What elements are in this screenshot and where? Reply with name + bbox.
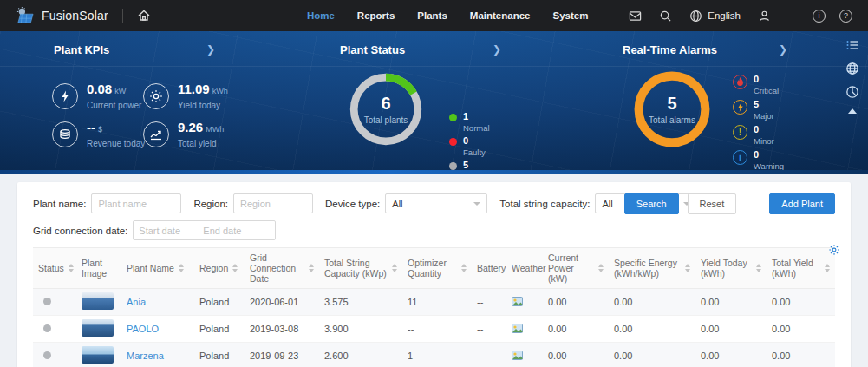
capacity-cell: 3.575 <box>319 289 402 316</box>
search-icon[interactable] <box>659 10 672 23</box>
kpi-unit: MWh <box>206 125 224 134</box>
grid-date-range[interactable] <box>133 220 276 240</box>
optimizer-cell: -- <box>402 316 472 343</box>
divider <box>122 9 123 23</box>
column-header[interactable]: Total String Capacity (kWp) <box>319 248 402 289</box>
sort-icon[interactable] <box>69 264 74 272</box>
column-label: Battery <box>477 263 506 273</box>
plant-name-link[interactable]: Ania <box>127 297 146 307</box>
sort-icon[interactable] <box>461 264 467 272</box>
plant-thumbnail[interactable] <box>82 319 114 337</box>
reset-button[interactable]: Reset <box>688 193 737 214</box>
help-icon[interactable]: ? <box>839 10 852 23</box>
sort-icon[interactable] <box>309 264 314 272</box>
column-header[interactable]: Region <box>194 248 245 289</box>
region-cell: Poland <box>194 343 245 367</box>
legend-label: Offline <box>463 172 486 174</box>
end-date-input[interactable] <box>203 226 262 236</box>
add-plant-button[interactable]: Add Plant <box>769 193 835 214</box>
search-button[interactable]: Search <box>624 193 679 214</box>
column-header[interactable]: Specific Energy (kWh/kWp) <box>609 248 695 289</box>
kpi-label: Total yield <box>178 139 224 148</box>
filter-row-1: Plant name: Region: Device type: All Tot… <box>33 193 835 213</box>
kpi-value: 9.26 <box>178 120 203 134</box>
pie-chart-icon[interactable] <box>845 85 859 99</box>
plant-thumbnail[interactable] <box>82 346 114 364</box>
table-body: AniaPoland2020-06-013.57511--0.000.000.0… <box>33 289 835 367</box>
sort-icon[interactable] <box>598 264 604 272</box>
plant-name-link[interactable]: Marzena <box>127 351 164 361</box>
kpi-label: Yield today <box>178 101 228 110</box>
plant-kpis-arrow-icon[interactable]: ❯ <box>206 43 215 56</box>
info-icon[interactable]: i <box>813 10 826 23</box>
region-input[interactable] <box>233 193 313 213</box>
plant-name-link[interactable]: PAOLO <box>127 324 159 334</box>
legend-label: Major <box>754 111 774 121</box>
tab-maintenance[interactable]: Maintenance <box>470 10 531 21</box>
table-row: MarzenaPoland2019-09-232.6001--0.000.000… <box>33 343 835 367</box>
column-label: Grid Connection Date <box>250 252 304 284</box>
table-row: AniaPoland2020-06-013.57511--0.000.000.0… <box>33 289 835 316</box>
legend-label: Minor <box>754 136 774 146</box>
plant-thumbnail[interactable] <box>82 292 114 310</box>
legend-major: 5 Major <box>733 99 774 121</box>
sort-icon[interactable] <box>179 264 184 272</box>
kpi-label: Revenue today <box>87 139 145 148</box>
tab-reports[interactable]: Reports <box>357 10 395 21</box>
plant-status-arrow-icon[interactable]: ❯ <box>493 43 501 56</box>
sort-icon[interactable] <box>825 264 830 272</box>
sort-icon[interactable] <box>685 264 690 272</box>
language-switcher[interactable]: English <box>689 10 741 23</box>
tab-plants[interactable]: Plants <box>417 10 447 21</box>
tab-system[interactable]: System <box>553 10 589 21</box>
sort-icon[interactable] <box>232 264 238 272</box>
exclamation-icon: ! <box>733 125 747 140</box>
legend-critical: 0 Critical <box>733 74 779 95</box>
column-header[interactable]: Status <box>33 248 76 289</box>
kpi-total-yield: 9.26MWh Total yield <box>143 120 264 148</box>
collapse-up-icon[interactable] <box>848 108 857 114</box>
weather-icon <box>512 297 523 306</box>
start-date-input[interactable] <box>139 226 198 236</box>
language-label: English <box>708 10 741 21</box>
region-cell: Poland <box>194 316 245 343</box>
status-dot <box>43 324 51 332</box>
column-label: Optimizer Quantity <box>408 258 457 279</box>
column-header[interactable]: Total Yield (kWh) <box>767 248 835 289</box>
kpi-unit: kW <box>114 87 126 95</box>
tab-home[interactable]: Home <box>307 10 335 21</box>
home-icon[interactable] <box>137 9 151 23</box>
region-cell: Poland <box>194 289 245 316</box>
gear-icon[interactable] <box>828 244 840 256</box>
column-header[interactable]: Plant Name <box>121 248 194 289</box>
total-yield-cell: 0.00 <box>767 316 835 343</box>
column-label: Total String Capacity (kWp) <box>324 258 388 279</box>
list-icon[interactable] <box>845 38 859 52</box>
column-header[interactable]: Current Power (kW) <box>543 248 609 289</box>
fusionsolar-logo-icon <box>16 7 35 24</box>
capacity-label: Total string capacity: <box>499 199 590 209</box>
device-type-select[interactable]: All <box>385 193 487 213</box>
bolt-icon <box>733 100 747 115</box>
mail-icon[interactable] <box>629 10 642 23</box>
top-navbar: FusionSolar Home Reports Plants Maintena… <box>0 0 868 31</box>
kpi-unit: $ <box>98 125 102 134</box>
alarms-arrow-icon[interactable]: ❯ <box>779 43 787 56</box>
plant-name-input[interactable] <box>91 193 181 213</box>
brand[interactable]: FusionSolar <box>16 7 108 24</box>
sort-icon[interactable] <box>756 264 761 272</box>
user-icon[interactable] <box>758 10 771 23</box>
alarms-title: Real-Time Alarms <box>623 43 717 56</box>
globe-icon[interactable] <box>845 62 859 75</box>
weather-icon <box>512 324 523 333</box>
column-label: Yield Today (kWh) <box>701 258 752 279</box>
sort-icon[interactable] <box>392 264 397 272</box>
column-header[interactable]: Grid Connection Date <box>245 248 319 289</box>
region-label: Region: <box>193 199 228 209</box>
legend-label: Normal <box>463 123 490 133</box>
column-label: Plant Image <box>82 258 116 279</box>
lightning-icon <box>52 83 78 109</box>
column-header[interactable]: Optimizer Quantity <box>402 248 472 289</box>
column-header[interactable]: Yield Today (kWh) <box>695 248 767 289</box>
specific-energy-cell: 0.00 <box>609 316 695 343</box>
